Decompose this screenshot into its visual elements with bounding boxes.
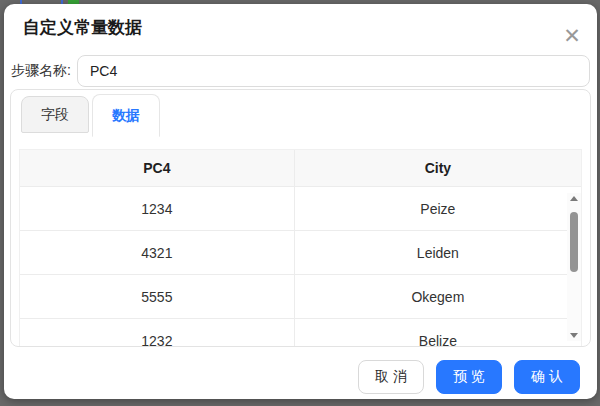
scroll-up-icon[interactable] xyxy=(570,196,578,201)
cell-city: Belize xyxy=(294,319,581,346)
step-name-row: 步骤名称: xyxy=(11,55,590,87)
column-header-city: City xyxy=(294,150,581,186)
cell-pc4: 5555 xyxy=(20,275,294,318)
cell-city: Leiden xyxy=(294,231,581,274)
close-icon[interactable]: ✕ xyxy=(559,22,585,48)
column-header-pc4: PC4 xyxy=(20,150,294,186)
dialog-footer: 取消 预览 确认 xyxy=(4,360,580,394)
scrollbar-thumb[interactable] xyxy=(570,212,578,272)
table-row: 1234 Peize xyxy=(20,187,581,231)
table-row: 4321 Leiden xyxy=(20,231,581,275)
table-header-row: PC4 City xyxy=(20,150,581,187)
tab-card: 字段 数据 PC4 City 1234 Peize 4321 Leiden 55… xyxy=(10,89,591,347)
scroll-down-icon[interactable] xyxy=(570,333,578,338)
vertical-scrollbar[interactable] xyxy=(567,193,581,341)
table-row: 5555 Okegem xyxy=(20,275,581,319)
tab-bar: 字段 数据 xyxy=(11,90,590,137)
cell-city: Peize xyxy=(294,187,581,230)
custom-constant-data-dialog: 自定义常量数据 ✕ 步骤名称: 字段 数据 PC4 City 1234 Peiz… xyxy=(4,4,597,399)
cell-pc4: 1232 xyxy=(20,319,294,346)
tab-fields[interactable]: 字段 xyxy=(21,96,89,133)
tab-data[interactable]: 数据 xyxy=(92,94,160,137)
step-name-label: 步骤名称: xyxy=(11,62,77,80)
cell-city: Okegem xyxy=(294,275,581,318)
preview-button[interactable]: 预览 xyxy=(436,360,502,394)
cancel-button[interactable]: 取消 xyxy=(358,360,424,394)
dialog-title: 自定义常量数据 xyxy=(23,18,597,38)
table-row: 1232 Belize xyxy=(20,319,581,346)
cell-pc4: 4321 xyxy=(20,231,294,274)
table-body-viewport: 1234 Peize 4321 Leiden 5555 Okegem 1232 … xyxy=(20,187,581,346)
step-name-input[interactable] xyxy=(77,55,590,87)
constant-data-table: PC4 City 1234 Peize 4321 Leiden 5555 Oke… xyxy=(19,149,582,346)
cell-pc4: 1234 xyxy=(20,187,294,230)
confirm-button[interactable]: 确认 xyxy=(514,360,580,394)
